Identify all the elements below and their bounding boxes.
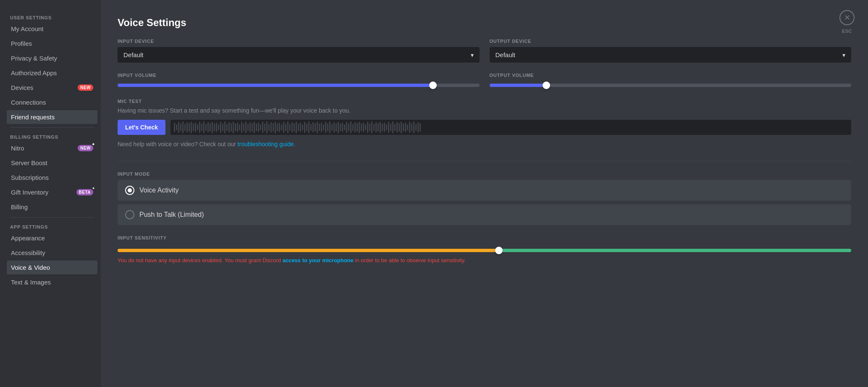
input-device-select[interactable]: Default Microphone (Realtek) Headset Mic… (118, 47, 480, 63)
mic-bar (249, 122, 251, 132)
billing-settings-label: BILLING SETTINGS (7, 131, 97, 141)
sensitivity-slider[interactable] (118, 249, 851, 252)
page-title: Voice Settings (118, 17, 851, 29)
sidebar-item-privacy-safety[interactable]: Privacy & Safety (7, 51, 97, 65)
sidebar-item-connections[interactable]: Connections (7, 95, 97, 109)
mic-bar (312, 122, 314, 132)
output-device-select-wrapper: Default Speakers (Realtek) Headset Earph… (490, 47, 852, 63)
sidebar-item-label: Connections (11, 99, 46, 106)
mic-bar (323, 124, 324, 130)
mic-visualizer (170, 120, 851, 135)
mic-bar (300, 123, 301, 132)
mic-bar (203, 121, 205, 134)
sidebar-item-devices[interactable]: Devices NEW (7, 81, 97, 95)
mic-bar (237, 123, 238, 132)
sidebar-item-gift-inventory[interactable]: Gift Inventory BETA (7, 185, 97, 199)
mic-bar (407, 124, 408, 130)
mic-bar (254, 122, 255, 133)
input-volume-group: INPUT VOLUME (118, 73, 480, 89)
mic-bar (306, 124, 307, 131)
close-icon: ✕ (844, 13, 850, 22)
mic-test-description: Having mic issues? Start a test and say … (118, 107, 851, 114)
mic-bar (338, 122, 339, 133)
mic-bar (321, 123, 322, 132)
sidebar-item-label: Text & Images (11, 279, 51, 286)
new-badge: NEW (78, 84, 93, 91)
sidebar-item-subscriptions[interactable]: Subscriptions (7, 171, 97, 184)
mic-bar (283, 122, 284, 132)
mic-bar (294, 123, 295, 132)
output-volume-label: OUTPUT VOLUME (490, 73, 852, 78)
mic-bar (180, 124, 181, 131)
mic-bar (333, 122, 335, 132)
mic-bar (214, 124, 215, 131)
mic-bar (184, 124, 186, 131)
mic-bar (327, 124, 328, 131)
mic-bar (359, 122, 360, 133)
sidebar-item-label: Friend requests (11, 113, 55, 121)
mic-bar (212, 122, 213, 133)
mic-bar (182, 121, 184, 134)
mic-bar (273, 123, 274, 132)
troubleshoot-link[interactable]: troubleshooting guide. (238, 141, 296, 147)
mic-bar (315, 123, 316, 132)
sidebar-item-my-account[interactable]: My Account (7, 22, 97, 36)
mic-bar (201, 124, 202, 131)
mic-bar (224, 121, 226, 134)
sidebar-item-label: Nitro (11, 145, 24, 152)
lets-check-button[interactable]: Let's Check (118, 120, 165, 135)
troubleshoot-text: Need help with voice or video? Check out… (118, 141, 851, 147)
sidebar-item-voice-video[interactable]: Voice & Video (7, 261, 97, 274)
sidebar-item-nitro[interactable]: Nitro NEW ✦ (7, 141, 97, 155)
mic-bar (277, 124, 278, 131)
beta-badge: BETA (76, 189, 93, 195)
mic-bar (231, 123, 232, 132)
input-volume-slider[interactable] (118, 84, 480, 87)
sensitivity-error-text: You do not have any input devices enable… (118, 257, 851, 263)
sidebar-item-label: Subscriptions (11, 174, 49, 181)
sidebar-item-label: Privacy & Safety (11, 55, 57, 62)
sidebar-item-accessibility[interactable]: Accessibility (7, 246, 97, 260)
mic-bar (373, 124, 375, 131)
close-button[interactable]: ✕ (839, 10, 855, 25)
output-volume-group: OUTPUT VOLUME (490, 73, 852, 89)
sidebar-item-friend-requests[interactable]: Friend requests (7, 110, 97, 124)
mic-bar (336, 123, 337, 132)
sidebar-item-authorized-apps[interactable]: Authorized Apps (7, 66, 97, 80)
mic-bar (344, 124, 345, 130)
sidebar-item-server-boost[interactable]: Server Boost (7, 156, 97, 170)
mic-bar (352, 124, 354, 131)
mic-bar (247, 124, 249, 131)
radio-voice-activity[interactable]: Voice Activity (118, 180, 851, 201)
mic-bar (245, 121, 247, 134)
mic-test-label: MIC TEST (118, 99, 851, 104)
main-content: ✕ ESC Voice Settings INPUT DEVICE Defaul… (101, 0, 868, 387)
mic-bar (186, 122, 188, 132)
mic-bar (304, 122, 305, 132)
mic-bar (207, 122, 209, 132)
divider-billing (10, 127, 94, 128)
radio-circle-voice-activity (125, 186, 134, 195)
sidebar-item-billing[interactable]: Billing (7, 200, 97, 214)
mic-bar (319, 124, 320, 131)
sidebar-item-text-images[interactable]: Text & Images (7, 275, 97, 289)
mic-bar (403, 124, 404, 131)
mic-bar (302, 124, 303, 130)
sidebar-item-appearance[interactable]: Appearance (7, 231, 97, 245)
sidebar-item-profiles[interactable]: Profiles (7, 37, 97, 50)
output-device-select[interactable]: Default Speakers (Realtek) Headset Earph… (490, 47, 852, 63)
sidebar-item-label: My Account (11, 25, 44, 32)
mic-bar (291, 122, 293, 132)
mic-bar (388, 122, 389, 132)
output-volume-slider[interactable] (490, 84, 852, 87)
mic-bar (275, 122, 276, 133)
radio-push-to-talk[interactable]: Push to Talk (Limited) (118, 204, 851, 225)
mic-bar (394, 124, 396, 131)
sidebar-item-label: Billing (11, 203, 28, 211)
section-divider (118, 161, 851, 161)
mic-bar (195, 123, 196, 132)
push-to-talk-label: Push to Talk (Limited) (139, 211, 204, 219)
microphone-access-link[interactable]: access to your microphone (283, 257, 354, 263)
mic-bar (390, 124, 391, 131)
input-volume-label: INPUT VOLUME (118, 73, 480, 78)
